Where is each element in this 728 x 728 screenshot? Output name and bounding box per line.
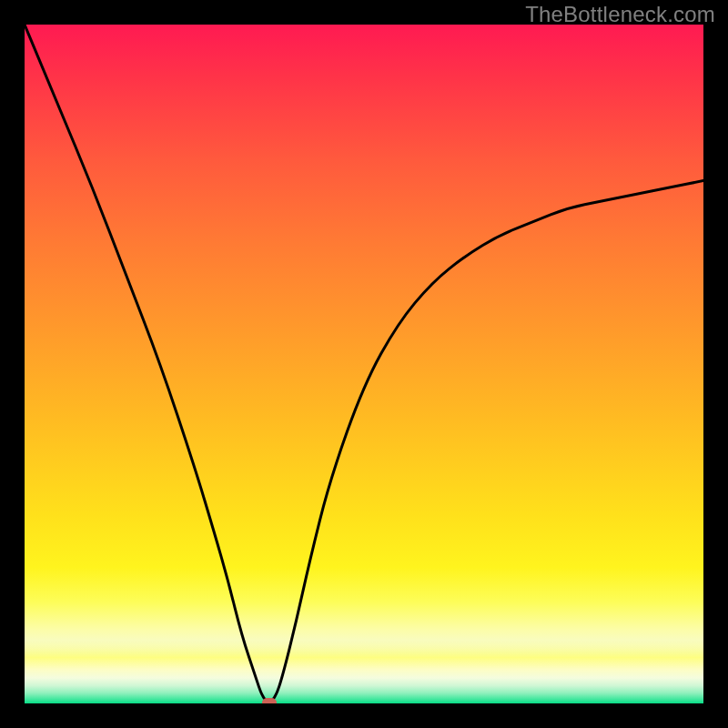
plot-area <box>25 25 703 703</box>
minimum-marker <box>262 698 277 703</box>
watermark-text: TheBottleneck.com <box>525 2 715 27</box>
bottleneck-curve <box>25 25 703 703</box>
curve-path <box>25 25 703 702</box>
chart-stage: TheBottleneck.com <box>0 0 728 728</box>
